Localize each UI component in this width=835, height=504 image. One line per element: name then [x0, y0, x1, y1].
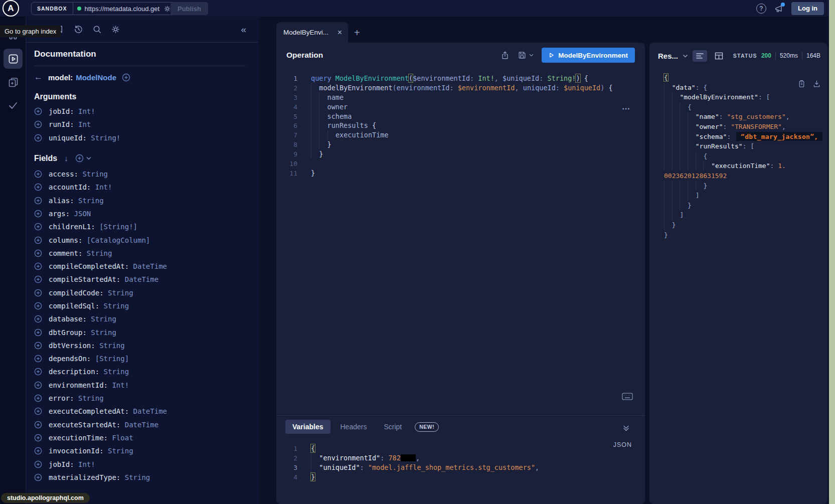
run-operation-button[interactable]: ModelByEnvironment — [542, 48, 635, 63]
add-field-icon[interactable] — [34, 275, 42, 283]
response-title[interactable]: Res... — [658, 52, 678, 60]
field-type[interactable]: DateTime — [120, 275, 158, 283]
history-icon[interactable] — [74, 25, 83, 34]
add-field-icon[interactable] — [34, 460, 42, 468]
add-field-icon[interactable] — [34, 394, 42, 402]
field-type[interactable]: String — [87, 328, 116, 337]
field-type[interactable]: DateTime — [120, 421, 158, 429]
new-tab-icon[interactable]: + — [354, 27, 360, 39]
copy-response-icon[interactable] — [797, 79, 806, 88]
add-field-icon[interactable] — [34, 421, 42, 429]
add-field-icon[interactable] — [34, 473, 42, 481]
keyboard-shortcuts-icon[interactable] — [622, 393, 633, 400]
response-status-group: STATUS 200 520ms 164B — [733, 52, 820, 60]
field-type[interactable]: [String] — [91, 355, 129, 363]
add-field-icon[interactable] — [34, 315, 42, 323]
field-type[interactable]: String — [82, 249, 112, 257]
help-icon[interactable]: ? — [756, 4, 766, 14]
operations-nav-button[interactable] — [4, 49, 23, 69]
field-type[interactable]: String — [104, 447, 133, 455]
add-field-icon[interactable] — [34, 134, 42, 142]
tab-script[interactable]: Script — [377, 420, 409, 434]
field-type[interactable]: String! — [87, 134, 120, 142]
field-type[interactable]: [String!] — [95, 223, 137, 231]
field-type[interactable]: String — [104, 289, 133, 297]
add-field-icon[interactable] — [34, 342, 42, 350]
add-field-icon[interactable] — [34, 210, 42, 218]
add-field-icon[interactable] — [34, 355, 42, 363]
operation-editor[interactable]: 1query ModelByEnvironment($environmentId… — [276, 68, 645, 178]
add-field-icon[interactable] — [34, 328, 42, 337]
field-type[interactable]: String — [120, 473, 150, 481]
field-type[interactable]: Int! — [108, 381, 129, 389]
operation-collections-icon[interactable] — [0, 76, 26, 88]
add-field-icon[interactable] — [34, 170, 42, 178]
add-field-icon[interactable] — [34, 197, 42, 205]
announcements-megaphone-icon[interactable] — [774, 4, 784, 13]
add-field-icon[interactable] — [34, 120, 42, 128]
field-type[interactable]: String — [99, 368, 129, 376]
raw-view-toggle[interactable] — [693, 50, 707, 62]
add-field-icon[interactable] — [34, 434, 42, 442]
back-arrow-icon[interactable]: ← — [34, 72, 43, 82]
add-field-icon[interactable] — [34, 302, 42, 310]
connection-settings-gear-icon[interactable] — [163, 5, 171, 13]
add-field-icon[interactable] — [34, 407, 42, 415]
publish-button[interactable]: Publish — [171, 2, 208, 15]
add-field-icon[interactable] — [34, 236, 42, 244]
code-token: ) — [600, 84, 608, 92]
endpoint-url-input[interactable] — [85, 5, 160, 13]
add-field-icon[interactable] — [34, 262, 42, 270]
field-type[interactable]: Int! — [74, 107, 95, 115]
add-field-icon[interactable] — [34, 368, 42, 376]
tab-variables[interactable]: Variables — [285, 420, 330, 434]
response-panel: Res... STATUS 200 520ms 164B {"data": {"… — [649, 43, 827, 504]
add-field-icon[interactable] — [34, 447, 42, 455]
field-type[interactable]: Float — [108, 434, 133, 442]
add-field-icon[interactable] — [34, 183, 42, 191]
field-name: columns: — [49, 236, 82, 244]
save-button[interactable] — [518, 51, 534, 60]
field-type[interactable]: Int — [74, 120, 91, 128]
collapse-panel-icon[interactable]: « — [241, 24, 246, 35]
field-type[interactable]: String — [99, 302, 129, 310]
field-type[interactable]: [CatalogColumn] — [82, 236, 150, 244]
add-field-icon[interactable] — [34, 249, 42, 257]
line-number: 9 — [276, 150, 297, 159]
share-icon[interactable] — [500, 51, 510, 60]
breadcrumb-type-link[interactable]: ModelNode — [76, 73, 116, 82]
apollo-logo[interactable]: A — [3, 0, 19, 17]
field-type[interactable]: String — [74, 197, 104, 205]
variables-editor[interactable]: 1{2"environmentId": 782,3"uniqueId": "mo… — [276, 444, 645, 482]
field-type[interactable]: String — [74, 394, 104, 402]
add-field-icon[interactable] — [34, 381, 42, 389]
add-to-query-icon[interactable] — [122, 73, 130, 82]
field-type[interactable]: Int! — [91, 183, 112, 191]
field-type[interactable]: String — [78, 170, 108, 178]
field-type[interactable]: DateTime — [129, 407, 167, 415]
editor-options-icon[interactable]: ⋯ — [622, 104, 631, 113]
tab-headers[interactable]: Headers — [333, 420, 374, 434]
field-type[interactable]: String — [87, 315, 116, 323]
checks-icon[interactable] — [0, 99, 26, 111]
indent-guide — [311, 463, 319, 472]
add-field-icon[interactable] — [34, 223, 42, 231]
login-button[interactable]: Log in — [791, 2, 824, 15]
search-icon[interactable] — [92, 25, 102, 34]
settings-gear-icon[interactable] — [111, 25, 120, 34]
close-tab-icon[interactable]: × — [338, 28, 342, 37]
add-all-fields-button[interactable] — [75, 154, 91, 162]
collapse-variables-icon[interactable] — [622, 425, 630, 432]
operation-tab[interactable]: ModelByEnvi... × — [276, 22, 348, 43]
code-token: ( — [393, 84, 397, 92]
add-field-icon[interactable] — [34, 107, 42, 115]
field-type[interactable]: JSON — [70, 210, 91, 218]
table-view-toggle[interactable] — [712, 50, 726, 62]
field-type[interactable]: DateTime — [129, 262, 167, 270]
add-field-icon[interactable] — [34, 289, 42, 297]
sort-fields-icon[interactable]: ↓ — [64, 154, 68, 162]
download-response-icon[interactable] — [812, 79, 821, 88]
field-type[interactable]: Int! — [74, 460, 95, 468]
response-select-chevron-icon[interactable] — [683, 54, 688, 58]
field-type[interactable]: String — [95, 342, 125, 350]
